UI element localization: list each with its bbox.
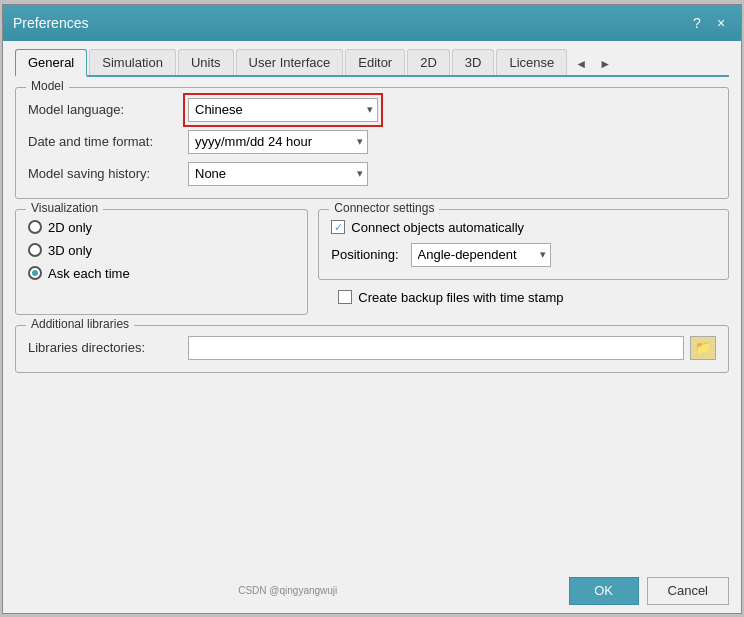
folder-icon: 📁 <box>695 340 711 355</box>
title-bar-left: Preferences <box>13 15 88 31</box>
radio-2d-row: 2D only <box>28 220 295 235</box>
auto-connect-label: Connect objects automatically <box>351 220 524 235</box>
dialog-body: General Simulation Units User Interface … <box>3 41 741 571</box>
radio-2d[interactable] <box>28 220 42 234</box>
positioning-select[interactable]: Angle-dependent Fixed Auto <box>411 243 551 267</box>
tab-license[interactable]: License <box>496 49 567 75</box>
datetime-row: Date and time format: yyyy/mm/dd 24 hour… <box>28 130 716 154</box>
title-bar: Preferences ? × <box>3 5 741 41</box>
connector-group: Connector settings ✓ Connect objects aut… <box>318 209 729 280</box>
model-group: Model Model language: Chinese English Ge… <box>15 87 729 199</box>
radio-ask[interactable] <box>28 266 42 280</box>
lib-input-row: 📁 <box>188 336 716 360</box>
saving-select[interactable]: None Last 5 Last 10 <box>188 162 368 186</box>
tab-general[interactable]: General <box>15 49 87 77</box>
saving-select-wrapper: None Last 5 Last 10 <box>188 162 368 186</box>
tab-units[interactable]: Units <box>178 49 234 75</box>
tab-editor[interactable]: Editor <box>345 49 405 75</box>
radio-3d-row: 3D only <box>28 243 295 258</box>
ok-button[interactable]: OK <box>569 577 639 605</box>
tab-simulation[interactable]: Simulation <box>89 49 176 75</box>
tab-bar: General Simulation Units User Interface … <box>15 49 729 77</box>
close-button[interactable]: × <box>711 13 731 33</box>
positioning-row: Positioning: Angle-dependent Fixed Auto <box>331 243 716 267</box>
radio-2d-label: 2D only <box>48 220 92 235</box>
language-row: Model language: Chinese English German F… <box>28 98 716 122</box>
tab-prev-button[interactable]: ◄ <box>569 53 593 75</box>
help-button[interactable]: ? <box>687 13 707 33</box>
connector-group-label: Connector settings <box>329 201 439 215</box>
auto-connect-row: ✓ Connect objects automatically <box>331 220 716 235</box>
tab-2d[interactable]: 2D <box>407 49 450 75</box>
preferences-dialog: Preferences ? × General Simulation Units… <box>2 4 742 614</box>
datetime-select[interactable]: yyyy/mm/dd 24 hour mm/dd/yyyy 12 hour <box>188 130 368 154</box>
tab-next-button[interactable]: ► <box>593 53 617 75</box>
libraries-group-label: Additional libraries <box>26 317 134 331</box>
connector-col: Connector settings ✓ Connect objects aut… <box>318 209 729 315</box>
libraries-group: Additional libraries Libraries directori… <box>15 325 729 373</box>
positioning-label: Positioning: <box>331 247 398 262</box>
visualization-group: Visualization 2D only 3D only Ask each t… <box>15 209 308 315</box>
positioning-select-wrapper: Angle-dependent Fixed Auto <box>411 243 551 267</box>
language-select[interactable]: Chinese English German French <box>188 98 378 122</box>
two-col-section: Visualization 2D only 3D only Ask each t… <box>15 209 729 315</box>
saving-row: Model saving history: None Last 5 Last 1… <box>28 162 716 186</box>
datetime-select-wrapper: yyyy/mm/dd 24 hour mm/dd/yyyy 12 hour <box>188 130 368 154</box>
dialog-title: Preferences <box>13 15 88 31</box>
radio-ask-label: Ask each time <box>48 266 130 281</box>
saving-label: Model saving history: <box>28 166 188 181</box>
libraries-dir-label: Libraries directories: <box>28 340 188 355</box>
visualization-col: Visualization 2D only 3D only Ask each t… <box>15 209 308 315</box>
auto-connect-checkbox[interactable]: ✓ <box>331 220 345 234</box>
model-group-label: Model <box>26 79 69 93</box>
datetime-label: Date and time format: <box>28 134 188 149</box>
radio-3d[interactable] <box>28 243 42 257</box>
backup-label: Create backup files with time stamp <box>358 290 563 305</box>
libraries-dir-input[interactable] <box>188 336 684 360</box>
backup-row: Create backup files with time stamp <box>318 290 729 305</box>
language-select-wrapper: Chinese English German French <box>188 98 378 122</box>
title-buttons: ? × <box>687 13 731 33</box>
radio-ask-row: Ask each time <box>28 266 295 281</box>
tab-3d[interactable]: 3D <box>452 49 495 75</box>
backup-checkbox[interactable] <box>338 290 352 304</box>
footer-credit: CSDN @qingyangwuji <box>238 585 337 596</box>
cancel-button[interactable]: Cancel <box>647 577 729 605</box>
visualization-group-label: Visualization <box>26 201 103 215</box>
radio-3d-label: 3D only <box>48 243 92 258</box>
footer: CSDN @qingyangwuji OK Cancel <box>3 571 741 613</box>
language-label: Model language: <box>28 102 188 117</box>
libraries-dir-row: Libraries directories: 📁 <box>28 336 716 360</box>
tab-user-interface[interactable]: User Interface <box>236 49 344 75</box>
libraries-browse-button[interactable]: 📁 <box>690 336 716 360</box>
